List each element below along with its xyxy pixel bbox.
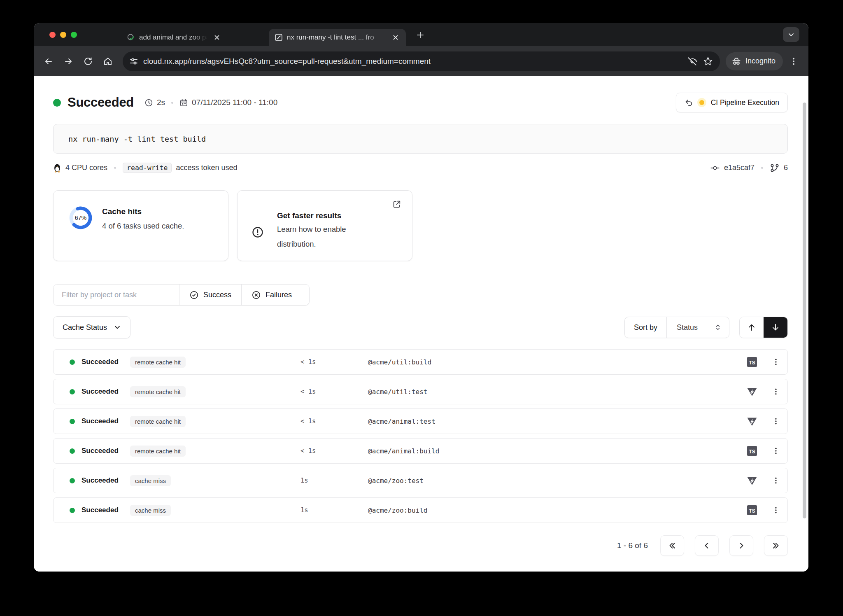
row-menu-icon[interactable] (764, 358, 787, 366)
commit-sha[interactable]: e1a5caf7 (724, 163, 755, 172)
tab-nx-run[interactable]: nx run-many -t lint test ... fro (269, 29, 406, 46)
tab-pull-request[interactable]: add animal and zoo packages (121, 29, 227, 46)
row-task-name[interactable]: @acme/animal:build (368, 447, 740, 455)
branch-count[interactable]: 6 (784, 163, 788, 172)
row-duration: < 1s (300, 358, 368, 366)
external-link-icon[interactable] (392, 200, 401, 209)
eye-off-icon[interactable] (687, 56, 698, 67)
browser-window: add animal and zoo packages nx run-many … (34, 23, 808, 572)
table-row[interactable]: Succeeded remote cache hit < 1s @acme/ut… (53, 349, 788, 375)
prev-page-button[interactable] (695, 535, 719, 556)
minimize-window-button[interactable] (60, 32, 66, 38)
scrollbar[interactable] (803, 103, 806, 518)
row-task-name[interactable]: @acme/util:build (368, 358, 740, 366)
sort-descending-button[interactable] (764, 317, 787, 338)
table-row[interactable]: Succeeded cache miss 1s @acme/zoo:test (53, 468, 788, 493)
row-status-label: Succeeded (75, 358, 130, 366)
ci-pipeline-execution-button[interactable]: CI Pipeline Execution (676, 93, 788, 112)
url-bar[interactable]: cloud.nx.app/runs/agsvEHsQc8?utm_source=… (123, 51, 720, 71)
row-task-name[interactable]: @acme/zoo:build (368, 506, 740, 514)
next-page-button[interactable] (729, 535, 753, 556)
row-menu-icon[interactable] (764, 388, 787, 395)
svg-text:TS: TS (749, 360, 755, 366)
separator-dot (114, 167, 116, 169)
row-duration: 1s (300, 506, 368, 514)
close-window-button[interactable] (49, 32, 56, 38)
typescript-icon: TS (747, 446, 757, 456)
access-token-suffix: access token used (176, 163, 237, 172)
browser-toolbar: cloud.nx.app/runs/agsvEHsQc8?utm_source=… (34, 46, 808, 76)
row-task-name[interactable]: @acme/zoo:test (368, 477, 740, 485)
browser-menu-icon[interactable] (785, 52, 803, 70)
last-page-button[interactable] (764, 535, 788, 556)
row-menu-icon[interactable] (764, 477, 787, 484)
row-duration: < 1s (300, 388, 368, 395)
run-duration: 2s (157, 98, 165, 107)
row-duration: 1s (300, 477, 368, 484)
row-menu-icon[interactable] (764, 506, 787, 514)
cpu-cores-label: 4 CPU cores (65, 163, 107, 172)
filter-input[interactable] (54, 285, 179, 305)
cache-status-badge: remote cache hit (130, 386, 186, 397)
x-circle-icon (252, 290, 261, 300)
sort-group: Sort by Status (624, 317, 729, 338)
separator-dot (171, 102, 173, 104)
typescript-icon: TS (747, 357, 757, 367)
row-task-name[interactable]: @acme/animal:test (368, 418, 740, 425)
cache-status-dropdown[interactable]: Cache Status (53, 316, 130, 338)
reload-icon[interactable] (79, 52, 97, 70)
sort-ascending-button[interactable] (740, 317, 764, 338)
nx-cloud-favicon (275, 33, 283, 42)
bookmark-star-icon[interactable] (703, 56, 713, 67)
first-page-button[interactable] (660, 535, 684, 556)
site-settings-icon[interactable] (129, 57, 138, 66)
filter-failures-button[interactable]: Failures (241, 285, 302, 305)
row-task-name[interactable]: @acme/util:test (368, 388, 740, 396)
faster-results-line1: Learn how to enable (277, 222, 400, 237)
tab-search-button[interactable] (783, 27, 799, 42)
back-icon[interactable] (40, 52, 58, 70)
cache-hits-card: 67% Cache hits 4 of 6 tasks used cache. (53, 190, 228, 261)
incognito-icon (731, 56, 741, 66)
close-tab-icon[interactable] (390, 32, 401, 43)
pipeline-button-label: CI Pipeline Execution (711, 98, 779, 107)
tab-strip: add animal and zoo packages nx run-many … (34, 23, 808, 46)
svg-text:TS: TS (749, 449, 755, 455)
new-tab-button[interactable] (413, 28, 427, 42)
table-row[interactable]: Succeeded remote cache hit < 1s @acme/an… (53, 438, 788, 464)
filter-success-label: Success (203, 291, 231, 299)
window-controls (49, 32, 77, 38)
cache-status-badge: remote cache hit (130, 446, 186, 457)
run-date-range: 07/11/2025 11:00 - 11:00 (192, 98, 277, 107)
row-status-label: Succeeded (75, 417, 130, 425)
sort-by-label: Sort by (625, 317, 666, 338)
vitest-icon (747, 475, 757, 486)
svg-text:67%: 67% (75, 215, 87, 221)
maximize-window-button[interactable] (71, 32, 77, 38)
get-faster-results-card[interactable]: Get faster results Learn how to enable d… (237, 190, 412, 261)
cache-status-badge: remote cache hit (130, 357, 186, 368)
row-duration: < 1s (300, 447, 368, 455)
row-menu-icon[interactable] (764, 418, 787, 425)
separator-dot (761, 167, 763, 169)
cache-status-badge: cache miss (130, 475, 171, 486)
pr-check-icon (127, 33, 135, 42)
home-icon[interactable] (99, 52, 117, 70)
filter-success-button[interactable]: Success (179, 285, 241, 305)
branch-icon[interactable] (770, 163, 780, 173)
forward-icon[interactable] (59, 52, 77, 70)
table-row[interactable]: Succeeded remote cache hit < 1s @acme/ut… (53, 379, 788, 404)
row-duration: < 1s (300, 418, 368, 425)
access-token-badge: read-write (123, 163, 172, 173)
sort-select[interactable]: Status (666, 317, 729, 338)
row-menu-icon[interactable] (764, 447, 787, 455)
table-row[interactable]: Succeeded cache miss 1s @acme/zoo:build … (53, 497, 788, 523)
commit-icon[interactable] (710, 163, 720, 173)
calendar-icon (179, 98, 188, 107)
cache-donut-chart: 67% (68, 205, 93, 261)
table-row[interactable]: Succeeded remote cache hit < 1s @acme/an… (53, 408, 788, 434)
task-list: Succeeded remote cache hit < 1s @acme/ut… (53, 349, 788, 523)
row-status-dot (70, 508, 75, 513)
faster-results-line2: distribution. (277, 237, 400, 252)
close-tab-icon[interactable] (212, 32, 222, 43)
